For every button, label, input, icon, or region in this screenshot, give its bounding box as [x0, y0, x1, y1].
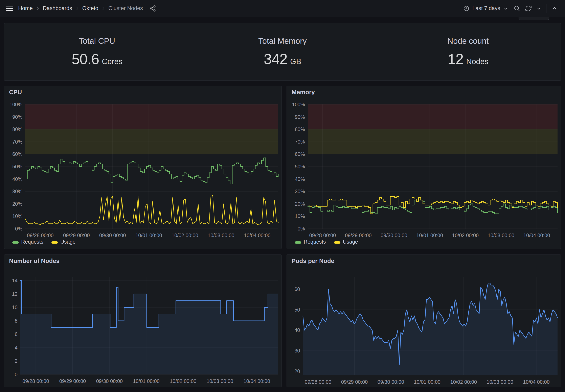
- y-tick-label: 6: [15, 331, 17, 337]
- panel-title-pods-per-node[interactable]: Pods per Node: [291, 257, 334, 264]
- memory-chart[interactable]: 0%10%20%30%40%50%60%70%80%90%100%09/28 0…: [287, 86, 561, 249]
- y-tick-label: 30: [294, 348, 300, 353]
- stat-total-cpu: Total CPU 50.6 Cores: [4, 23, 190, 81]
- memory-svg: 0%10%20%30%40%50%60%70%80%90%100%09/28 0…: [287, 86, 561, 249]
- number-of-nodes-chart[interactable]: 0246810121409/28 00:0009/29 00:0009/30 0…: [4, 255, 281, 387]
- refresh-icon[interactable]: [524, 4, 533, 13]
- legend-label-usage[interactable]: Usage: [60, 239, 75, 245]
- y-tick-label: 70%: [295, 139, 305, 145]
- menu-icon[interactable]: [6, 6, 13, 11]
- y-tick-label: 8: [15, 318, 17, 324]
- y-tick-label: 70%: [12, 139, 22, 145]
- y-tick-label: 100%: [292, 102, 305, 107]
- legend-label-requests[interactable]: Requests: [21, 239, 43, 245]
- x-tick-label: 09/28 00:00: [305, 379, 331, 385]
- breadcrumb: Home Dashboards Okteto Cluster Nodes: [18, 5, 143, 12]
- cpu-panel: CPU 0%10%20%30%40%50%60%70%80%90%100%09/…: [4, 86, 282, 249]
- time-range-label: Last 7 days: [472, 5, 500, 12]
- y-tick-label: 100%: [10, 102, 22, 107]
- x-tick-label: 10/04 00:00: [244, 378, 270, 384]
- x-tick-label: 10/01 00:00: [416, 233, 443, 238]
- navbar-actions: Last 7 days: [461, 4, 559, 13]
- series-line-usage: [308, 196, 558, 214]
- breadcrumb-dashboards[interactable]: Dashboards: [43, 5, 72, 12]
- y-tick-label: 20%: [295, 201, 305, 207]
- y-tick-label: 50%: [12, 164, 22, 169]
- time-range-picker[interactable]: Last 7 days: [461, 4, 510, 13]
- stats-panel: Total CPU 50.6 Cores Total Memory 342 GB…: [4, 23, 561, 81]
- y-tick-label: 30%: [12, 189, 22, 194]
- x-tick-label: 10/02 00:00: [452, 233, 479, 238]
- pods-svg: 203040506009/28 00:0009/29 00:0009/30 00…: [287, 255, 561, 387]
- panel-title-memory[interactable]: Memory: [291, 89, 315, 96]
- stat-unit: Cores: [102, 57, 122, 66]
- series-line-nodes: [20, 280, 278, 327]
- memory-panel: Memory 0%10%20%30%40%50%60%70%80%90%100%…: [287, 86, 561, 249]
- y-tick-label: 20: [294, 368, 300, 374]
- cpu-svg: 0%10%20%30%40%50%60%70%80%90%100%09/28 0…: [4, 86, 281, 249]
- refresh-interval-dropdown[interactable]: [535, 5, 543, 12]
- share-icon[interactable]: [148, 4, 157, 13]
- legend-swatch-usage[interactable]: [51, 241, 58, 244]
- legend-label-usage[interactable]: Usage: [343, 239, 358, 245]
- panel-title-cpu[interactable]: CPU: [9, 89, 22, 96]
- x-tick-label: 09/29 00:00: [59, 378, 86, 384]
- legend-swatch-requests[interactable]: [12, 241, 19, 244]
- x-tick-label: 10/03 00:00: [488, 233, 514, 238]
- y-tick-label: 90%: [12, 114, 22, 120]
- stat-unit: GB: [290, 57, 301, 66]
- y-tick-label: 30%: [295, 189, 305, 194]
- clock-icon: [463, 5, 470, 12]
- stat-node-count: Node count 12 Nodes: [375, 23, 561, 81]
- legend-swatch-usage[interactable]: [334, 241, 340, 244]
- number-of-nodes-panel: Number of Nodes 0246810121409/28 00:0009…: [4, 254, 282, 387]
- legend-swatch-requests[interactable]: [295, 241, 301, 244]
- x-tick-label: 09/30 00:00: [381, 233, 407, 238]
- y-tick-label: 60%: [295, 151, 305, 157]
- y-tick-label: 60%: [12, 151, 22, 157]
- x-tick-label: 09/29 00:00: [341, 379, 368, 385]
- breadcrumb-current-cluster-nodes: Cluster Nodes: [108, 5, 143, 12]
- y-tick-label: 14: [12, 278, 17, 283]
- y-tick-label: 50%: [295, 164, 305, 169]
- stat-value: 12: [448, 51, 463, 67]
- x-tick-label: 09/30 00:00: [99, 233, 126, 238]
- y-tick-label: 0%: [298, 226, 305, 231]
- scrolled-panel-fragment: [519, 17, 549, 20]
- y-tick-label: 10: [12, 305, 17, 310]
- series-fill-pods: [303, 283, 558, 376]
- y-tick-label: 2: [15, 358, 17, 364]
- stat-unit: Nodes: [466, 57, 488, 66]
- x-tick-label: 10/01 00:00: [414, 379, 440, 385]
- series-line-requests: [25, 158, 278, 184]
- x-tick-label: 10/03 00:00: [207, 378, 233, 384]
- pods-per-node-chart[interactable]: 203040506009/28 00:0009/29 00:0009/30 00…: [287, 255, 561, 387]
- x-tick-label: 10/03 00:00: [487, 379, 513, 385]
- y-tick-label: 80%: [295, 126, 305, 132]
- breadcrumb-home[interactable]: Home: [18, 5, 33, 12]
- breadcrumb-okteto[interactable]: Okteto: [82, 5, 99, 12]
- y-tick-label: 10%: [295, 213, 305, 219]
- stat-title: Total Memory: [258, 37, 307, 46]
- collapse-navbar-icon[interactable]: [550, 4, 559, 13]
- x-tick-label: 10/01 00:00: [135, 233, 162, 238]
- y-tick-label: 50: [294, 307, 300, 313]
- y-tick-label: 4: [15, 345, 17, 350]
- panel-title-number-of-nodes[interactable]: Number of Nodes: [9, 257, 59, 264]
- top-navbar: Home Dashboards Okteto Cluster Nodes Las…: [0, 0, 565, 17]
- chevron-right-icon: [36, 6, 40, 11]
- cpu-chart[interactable]: 0%10%20%30%40%50%60%70%80%90%100%09/28 0…: [4, 86, 281, 249]
- stat-title: Total CPU: [79, 37, 115, 46]
- chevron-right-icon: [101, 6, 105, 11]
- chevron-down-icon: [503, 6, 508, 11]
- x-tick-label: 10/03 00:00: [208, 233, 234, 238]
- series-line-requests: [308, 200, 558, 214]
- x-tick-label: 10/02 00:00: [450, 379, 477, 385]
- x-tick-label: 09/28 00:00: [22, 378, 49, 384]
- zoom-out-icon[interactable]: [512, 4, 522, 13]
- nodes-svg: 0246810121409/28 00:0009/29 00:0009/30 0…: [4, 255, 281, 387]
- y-tick-label: 20%: [12, 201, 22, 207]
- x-tick-label: 09/28 00:00: [27, 233, 54, 238]
- x-tick-label: 10/02 00:00: [172, 233, 198, 238]
- legend-label-requests[interactable]: Requests: [304, 239, 326, 245]
